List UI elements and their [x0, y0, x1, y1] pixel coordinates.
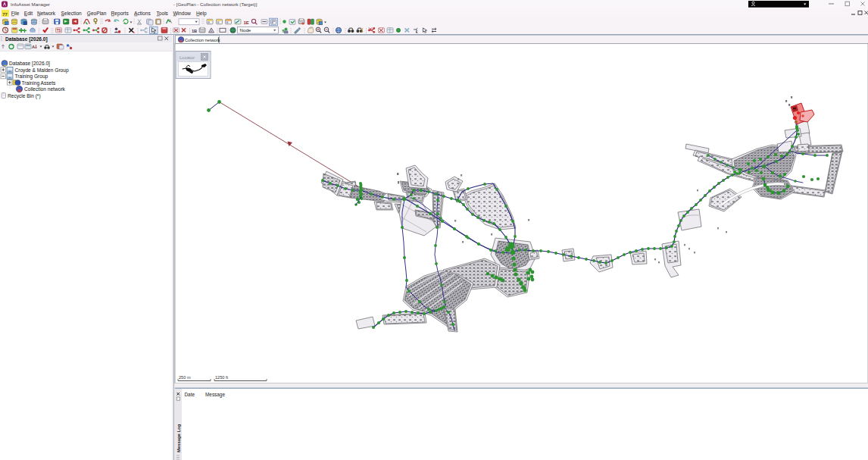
svg-text:Help: Help [196, 11, 207, 17]
svg-text:Reports: Reports [111, 11, 130, 17]
svg-text:Edit: Edit [24, 11, 33, 16]
svg-text:Collection network: Collection network [24, 86, 66, 92]
svg-text:Training Group: Training Group [15, 74, 48, 80]
svg-text:Recycle Bin (*): Recycle Bin (*) [8, 93, 41, 99]
svg-text:Locator: Locator [180, 55, 195, 60]
svg-text:1B: 1B [192, 29, 197, 33]
svg-text:77: 77 [2, 12, 8, 17]
svg-text:GeoPlan: GeoPlan [87, 11, 107, 16]
svg-text:250 m: 250 m [179, 375, 191, 380]
svg-text:Training Assets: Training Assets [22, 80, 57, 86]
svg-text:Message: Message [205, 392, 225, 398]
svg-text:Network: Network [37, 11, 56, 16]
svg-text:Database [2026.0]: Database [2026.0] [9, 61, 50, 67]
svg-text:Croyde & Malden Group: Croyde & Malden Group [15, 67, 69, 74]
svg-text:Selection: Selection [61, 11, 82, 16]
svg-text:Message Log: Message Log [176, 424, 181, 452]
svg-text:InfoAsset Manager: InfoAsset Manager [11, 2, 50, 7]
svg-text:- [GeoPlan - Collection networ: - [GeoPlan - Collection network (Target)… [173, 2, 258, 7]
svg-text:Tools: Tools [157, 11, 169, 16]
svg-text:Actions: Actions [134, 11, 151, 16]
svg-text:TS: TS [57, 29, 61, 33]
svg-text:Node: Node [240, 27, 251, 33]
svg-text:Collection network: Collection network [185, 38, 220, 42]
svg-text:Window: Window [173, 11, 191, 16]
svg-text:File: File [11, 11, 20, 16]
svg-text:Database [2026.0]: Database [2026.0] [5, 36, 48, 42]
svg-text:1250 ft: 1250 ft [215, 375, 229, 380]
svg-text:Date: Date [185, 392, 195, 397]
svg-text:1E: 1E [244, 20, 249, 25]
